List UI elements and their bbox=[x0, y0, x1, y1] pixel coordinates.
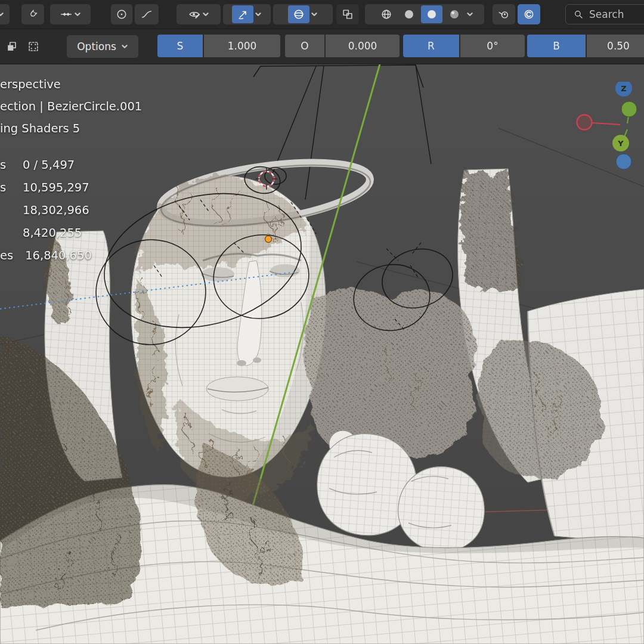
tool-settings-bar: Options S 1.000 O 0.000 R 0° B 0.50 bbox=[0, 29, 644, 64]
blender-logo-icon bbox=[497, 8, 510, 21]
snap-target-dropdown[interactable] bbox=[50, 4, 91, 24]
field-b-number: 0.50 bbox=[607, 40, 630, 52]
overlapping-squares-button[interactable] bbox=[2, 37, 21, 56]
solid-shading-button[interactable] bbox=[398, 5, 420, 23]
rendered-shading-button[interactable] bbox=[444, 5, 465, 23]
dashed-box-icon bbox=[27, 40, 40, 53]
origin-dot[interactable] bbox=[265, 236, 272, 243]
wireframe-shading-icon bbox=[380, 8, 393, 21]
material-shading-icon bbox=[425, 8, 438, 21]
overlays-sphere-icon bbox=[292, 8, 305, 21]
chevron-down-icon bbox=[255, 11, 262, 18]
chevron-down-icon bbox=[121, 43, 128, 50]
overlays-dropdown[interactable] bbox=[273, 4, 333, 24]
options-dropdown[interactable]: Options bbox=[67, 35, 138, 58]
falloff-curve-icon bbox=[140, 8, 153, 21]
annotate-tool-dropdown[interactable] bbox=[177, 4, 221, 24]
field-o-label[interactable]: O bbox=[285, 35, 324, 57]
shading-mode-group bbox=[365, 4, 484, 24]
render-region-button[interactable] bbox=[336, 4, 359, 24]
transform-gizmo-toggle[interactable] bbox=[232, 5, 253, 23]
gizmo-dropdown[interactable] bbox=[223, 4, 271, 24]
field-s-value[interactable]: 1.000 bbox=[204, 35, 280, 57]
top-header-bar: Search bbox=[0, 0, 644, 29]
field-r-value[interactable]: 0° bbox=[460, 35, 525, 57]
material-shading-button[interactable] bbox=[421, 5, 442, 23]
chevron-down-icon bbox=[0, 11, 4, 18]
transform-gizmo-arrow-icon bbox=[236, 8, 249, 21]
viewport-3d[interactable]: erspective ection | BezierCircle.001 ing… bbox=[0, 64, 644, 644]
c-badge-icon bbox=[522, 8, 535, 21]
field-b-letter: B bbox=[553, 40, 560, 52]
field-r-label[interactable]: R bbox=[403, 35, 459, 57]
chevron-down-icon bbox=[311, 11, 318, 18]
snap-magnet-icon bbox=[26, 8, 39, 21]
chevron-down-icon bbox=[202, 11, 209, 18]
field-s-letter: S bbox=[177, 40, 184, 52]
field-o-letter: O bbox=[301, 40, 308, 52]
field-b-label[interactable]: B bbox=[527, 35, 586, 57]
gizmo-axis-x[interactable] bbox=[577, 115, 592, 130]
gizmo-axis-z-neg[interactable] bbox=[616, 154, 631, 169]
field-b-value[interactable]: 0.50 bbox=[587, 35, 644, 57]
snap-target-icon bbox=[60, 8, 73, 21]
chevron-down-icon bbox=[74, 11, 81, 18]
falloff-curve-button[interactable] bbox=[135, 4, 159, 24]
blender-logo-button[interactable] bbox=[493, 4, 515, 24]
options-label: Options bbox=[77, 41, 116, 52]
snap-magnet-button[interactable] bbox=[21, 4, 44, 24]
field-s-label[interactable]: S bbox=[157, 35, 203, 57]
field-o-number: 0.000 bbox=[348, 40, 377, 52]
solid-shading-icon bbox=[402, 8, 416, 21]
gizmo-axis-x-neg[interactable] bbox=[621, 101, 637, 117]
viewport-3d-scene bbox=[0, 64, 644, 644]
search-field[interactable]: Search bbox=[565, 4, 644, 24]
compositor-badge-button[interactable] bbox=[518, 4, 540, 24]
navigation-gizmo[interactable]: Z Y bbox=[571, 82, 644, 177]
proportional-editing-button[interactable] bbox=[111, 4, 132, 24]
proportional-circle-icon bbox=[115, 8, 128, 21]
field-s-number: 1.000 bbox=[228, 40, 257, 52]
rendered-shading-icon bbox=[448, 8, 461, 21]
field-o-value[interactable]: 0.000 bbox=[326, 35, 400, 57]
field-r-letter: R bbox=[428, 40, 435, 52]
gizmo-y-label: Y bbox=[617, 139, 624, 148]
eye-pen-icon bbox=[188, 8, 201, 21]
dashed-box-button[interactable] bbox=[24, 37, 43, 56]
field-r-number: 0° bbox=[487, 40, 498, 52]
wireframe-shading-button[interactable] bbox=[376, 5, 397, 23]
gizmo-z-label: Z bbox=[621, 84, 626, 93]
search-placeholder: Search bbox=[589, 8, 624, 20]
magnifier-icon bbox=[573, 9, 584, 20]
chevron-down-icon bbox=[466, 11, 473, 18]
overlays-toggle[interactable] bbox=[288, 5, 309, 23]
cutoff-dropdown-button[interactable] bbox=[0, 4, 10, 24]
render-region-icon bbox=[341, 8, 354, 21]
overlapping-squares-icon bbox=[5, 40, 18, 53]
